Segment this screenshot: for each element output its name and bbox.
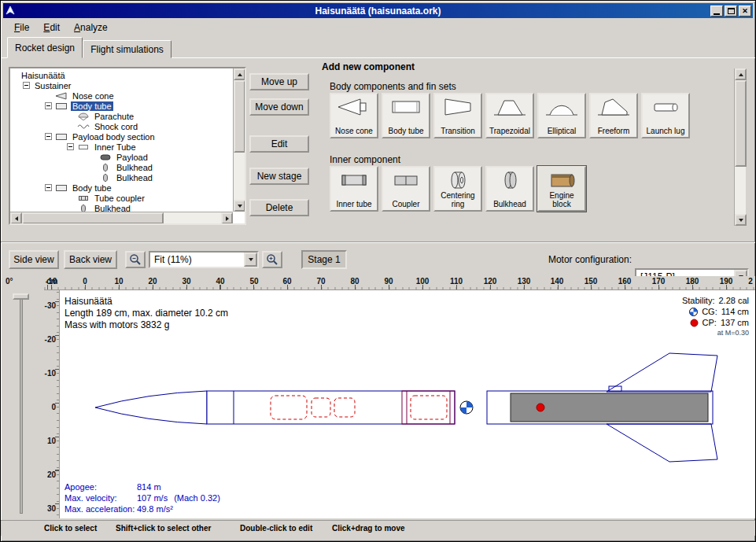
flight-data-block: Apogee: 814 m Max. velocity: 107 m/s (Ma… [65,481,220,514]
scroll-right-button[interactable] [221,212,233,224]
nose-cone-shape[interactable] [95,391,207,424]
add-launch-lug-button[interactable]: Launch lug [641,93,690,138]
collapse-icon[interactable] [23,82,30,89]
scroll-down-button[interactable] [234,200,245,212]
scroll-left-button[interactable] [10,212,22,224]
rotation-slider-track[interactable] [20,293,23,514]
add-component-title: Add new component [322,61,415,72]
tree-item-nose-cone[interactable]: Nose cone [10,90,233,101]
add-bulkhead-button[interactable]: Bulkhead [485,166,534,212]
move-up-button[interactable]: Move up [249,73,309,90]
titlebar[interactable]: Haisunäätä (haisunaata.ork) ✕ [3,3,753,18]
card-label: Inner tube [336,200,371,208]
bulkhead-icon [492,170,527,190]
collapse-icon[interactable] [45,133,52,140]
tree-item-bulkhead[interactable]: Bulkhead [10,203,233,212]
tree-item-rocket-root[interactable]: Haisunäätä [10,70,233,80]
close-icon: ✕ [742,7,748,15]
coupler-icon [389,170,423,190]
tab-rocket-design[interactable]: Rocket design [7,37,83,58]
side-view-button[interactable]: Side view [9,250,59,269]
menu-edit[interactable]: Edit [36,20,67,35]
vertical-ruler: -30 -20 -10 0 10 20 30 [44,290,60,518]
scrollbar-thumb[interactable] [22,212,164,224]
collapse-icon[interactable] [67,143,74,150]
card-label: Freeform [598,127,630,135]
tab-flight-simulations[interactable]: Flight simulations [83,40,171,58]
move-down-button[interactable]: Move down [249,98,309,116]
magnifier-plus-icon [266,253,278,266]
collapse-icon[interactable] [45,184,52,191]
tree-vertical-scrollbar[interactable] [233,68,245,212]
tree-item-shock-cord[interactable]: Shock cord [10,121,233,131]
tree-item-tube-coupler[interactable]: Tube coupler [10,193,233,203]
zoom-select[interactable]: Fit (11%) [149,251,259,268]
back-view-button[interactable]: Back view [64,250,117,269]
add-transition-button[interactable]: Transition [433,93,482,138]
add-nose-cone-button[interactable]: Nose cone [330,93,378,138]
close-button[interactable]: ✕ [739,6,751,17]
tree-item-payload-body-section[interactable]: Payload body section [10,131,233,142]
menu-analyze[interactable]: Analyze [67,20,115,35]
tree-item-inner-tube[interactable]: Inner Tube [10,142,233,152]
tree-item-bulkhead[interactable]: Bulkhead [10,172,233,183]
zoom-select-arrow[interactable] [244,253,257,267]
add-body-tube-button[interactable]: Body tube [382,93,430,138]
add-elliptical-fin-button[interactable]: Elliptical [537,93,586,138]
tree-item-body-tube-aft[interactable]: Body tube [10,183,233,193]
minimize-icon [714,13,720,15]
add-engine-block-button[interactable]: Engine block [537,166,586,212]
add-inner-tube-button[interactable]: Inner tube [330,166,378,212]
apogee-value: 814 m [137,481,161,492]
card-label: Transition [441,127,475,135]
inner-tube-icon [77,143,90,151]
zoom-in-button[interactable] [262,251,282,268]
scroll-up-button[interactable] [234,68,245,80]
max-velocity-mach: (Mach 0.32) [174,492,220,503]
ruler-ticks [44,285,756,289]
tree-item-label: Payload body section [71,132,157,142]
add-trapezoidal-fin-button[interactable]: Trapezoidal [485,93,534,138]
scrollbar-thumb[interactable] [234,80,245,153]
maximize-button[interactable] [725,6,737,17]
collapse-icon[interactable] [45,102,52,109]
cg-value: 114 cm [721,307,749,316]
tree-item-bulkhead[interactable]: Bulkhead [10,162,233,172]
window-controls: ✕ [710,6,751,17]
add-centering-ring-button[interactable]: Centering ring [433,166,482,212]
edit-button[interactable]: Edit [249,135,309,153]
new-stage-button[interactable]: New stage [249,168,309,185]
back-view-label: Back view [69,254,112,265]
tree-item-parachute[interactable]: Parachute [10,111,233,121]
edit-label: Edit [271,138,288,149]
status-hint: Shift+click to select other [116,524,211,533]
card-label: Launch lug [647,127,685,135]
add-component-scrollbar[interactable] [734,68,746,226]
payload-icon [99,153,112,161]
menu-file[interactable]: File [7,20,36,35]
scrollbar-thumb[interactable] [735,80,747,167]
stage-1-toggle[interactable]: Stage 1 [301,250,347,269]
tree-item-body-tube-selected[interactable]: Body tube [10,101,233,111]
rotation-slider-handle[interactable] [13,293,29,300]
minimize-button[interactable] [710,6,723,17]
tree-item-sustainer[interactable]: Sustainer [10,80,233,90]
max-velocity-label: Max. velocity: [65,492,137,503]
zoom-out-button[interactable] [125,251,146,268]
centering-ring-icon [441,170,475,190]
fin-lower-shape[interactable] [607,424,717,462]
scroll-up-button[interactable] [735,68,747,80]
add-coupler-button[interactable]: Coupler [382,166,430,212]
stability-value: 2.28 cal [718,296,749,305]
launch-lug-shape[interactable] [609,386,621,391]
scroll-down-button[interactable] [735,214,747,226]
fin-upper-shape[interactable] [607,353,717,392]
tree-horizontal-scrollbar[interactable] [10,212,233,223]
freeform-fin-icon [596,97,631,117]
add-freeform-fin-button[interactable]: Freeform [589,93,638,138]
rocket-canvas[interactable]: Haisunäätä Length 189 cm, max. diameter … [60,290,756,518]
app-icon[interactable] [5,5,17,17]
body-tube-icon [55,133,68,141]
tree-item-payload[interactable]: Payload [10,152,233,162]
delete-button[interactable]: Delete [249,199,309,216]
